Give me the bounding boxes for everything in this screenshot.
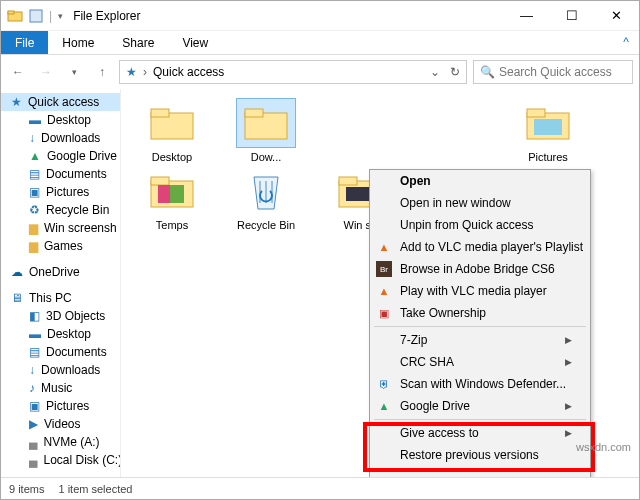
sidebar-item-music[interactable]: ♪Music (1, 379, 120, 397)
recent-button[interactable]: ▾ (63, 61, 85, 83)
gdrive-icon: ▲ (376, 398, 392, 414)
forward-button[interactable]: → (35, 61, 57, 83)
folder-downloads[interactable]: Dow... (227, 99, 305, 163)
ribbon: File Home Share View ^ (1, 31, 639, 55)
status-items: 9 items (9, 483, 44, 495)
ctx-defender[interactable]: ⛨Scan with Windows Defender... (370, 373, 590, 395)
vlc-icon: ▲ (376, 239, 392, 255)
vlc-icon: ▲ (376, 283, 392, 299)
folder-temps[interactable]: Temps (133, 167, 211, 231)
ctx-open[interactable]: Open (370, 170, 590, 192)
ctx-restore[interactable]: Restore previous versions (370, 444, 590, 466)
ribbon-expand-icon[interactable]: ^ (613, 31, 639, 54)
videos-icon: ▶ (29, 417, 38, 431)
sidebar-item-localdisk[interactable]: ▄Local Disk (C:) (1, 451, 120, 469)
ctx-gdrive[interactable]: ▲Google Drive▶ (370, 395, 590, 417)
separator (374, 468, 586, 469)
status-bar: 9 items 1 item selected (1, 477, 639, 499)
sidebar-item-documents2[interactable]: ▤Documents (1, 343, 120, 361)
context-menu: Open Open in new window Unpin from Quick… (369, 169, 591, 477)
ctx-unpin[interactable]: Unpin from Quick access (370, 214, 590, 236)
folder-recyclebin[interactable]: Recycle Bin (227, 167, 305, 231)
chevron-right-icon: ▶ (565, 401, 572, 411)
sidebar-item-winscreensh[interactable]: ▆Win screensh (1, 219, 120, 237)
share-tab[interactable]: Share (108, 31, 168, 54)
pc-icon: 🖥 (11, 291, 23, 305)
address-location: Quick access (153, 65, 224, 79)
maximize-button[interactable]: ☐ (549, 1, 594, 31)
pictures-icon: ▣ (29, 185, 40, 199)
defender-icon: ⛨ (376, 376, 392, 392)
search-input[interactable]: 🔍 Search Quick access (473, 60, 633, 84)
sidebar-item-games[interactable]: ▆Games (1, 237, 120, 255)
svg-rect-6 (245, 109, 263, 117)
ctx-7zip[interactable]: 7-Zip▶ (370, 329, 590, 351)
sidebar-item-recyclebin[interactable]: ♻Recycle Bin (1, 201, 120, 219)
gdrive-icon: ▲ (29, 149, 41, 163)
sidebar-item-googledrive[interactable]: ▲Google Drive (1, 147, 120, 165)
svg-rect-1 (8, 11, 14, 14)
sidebar-item-videos[interactable]: ▶Videos (1, 415, 120, 433)
sidebar-item-3dobjects[interactable]: ◧3D Objects (1, 307, 120, 325)
documents-icon: ▤ (29, 167, 40, 181)
status-selected: 1 item selected (58, 483, 132, 495)
sidebar-item-documents[interactable]: ▤Documents (1, 165, 120, 183)
content-pane[interactable]: Desktop Dow... Pictures Temps (121, 89, 639, 477)
sidebar-item-desktop2[interactable]: ▬Desktop (1, 325, 120, 343)
documents-icon: ▤ (29, 345, 40, 359)
home-tab[interactable]: Home (48, 31, 108, 54)
sidebar-item-downloads[interactable]: ↓Downloads (1, 129, 120, 147)
titlebar: | ▾ File Explorer — ☐ ✕ (1, 1, 639, 31)
folder-desktop[interactable]: Desktop (133, 99, 211, 163)
ctx-vlc-add[interactable]: ▲Add to VLC media player's Playlist (370, 236, 590, 258)
close-button[interactable]: ✕ (594, 1, 639, 31)
folder-pictures[interactable]: Pictures (509, 99, 587, 163)
folder-icon: ▆ (29, 239, 38, 253)
ctx-give-access[interactable]: Give access to▶ (370, 422, 590, 444)
svg-rect-8 (527, 109, 545, 117)
file-tab[interactable]: File (1, 31, 48, 54)
svg-rect-15 (339, 177, 357, 185)
refresh-button[interactable]: ↻ (450, 65, 460, 79)
view-tab[interactable]: View (168, 31, 222, 54)
download-icon: ↓ (29, 363, 35, 377)
separator (374, 326, 586, 327)
drive-icon: ▄ (29, 435, 38, 449)
svg-rect-9 (534, 119, 562, 135)
watermark: wsxdn.com (576, 441, 631, 453)
qat-save-icon[interactable] (29, 9, 43, 23)
address-bar: ← → ▾ ↑ ★ › Quick access ⌄ ↻ 🔍 Search Qu… (1, 55, 639, 89)
chevron-down-icon[interactable]: ⌄ (430, 65, 440, 79)
search-icon: 🔍 (480, 65, 495, 79)
sidebar-item-pictures[interactable]: ▣Pictures (1, 183, 120, 201)
ctx-vlc-play[interactable]: ▲Play with VLC media player (370, 280, 590, 302)
sidebar-quick-access[interactable]: ★ Quick access (1, 93, 120, 111)
minimize-button[interactable]: — (504, 1, 549, 31)
star-icon: ★ (11, 95, 22, 109)
drive-icon: ▄ (29, 453, 38, 467)
ctx-bridge[interactable]: BrBrowse in Adobe Bridge CS6 (370, 258, 590, 280)
shield-icon: ▣ (376, 305, 392, 321)
up-button[interactable]: ↑ (91, 61, 113, 83)
qat-dropdown-icon[interactable]: ▾ (58, 11, 63, 21)
back-button[interactable]: ← (7, 61, 29, 83)
chevron-right-icon: ▶ (565, 335, 572, 345)
sidebar: ★ Quick access ▬Desktop ↓Downloads ▲Goog… (1, 89, 121, 477)
address-box[interactable]: ★ › Quick access ⌄ ↻ (119, 60, 467, 84)
onedrive-icon: ☁ (11, 265, 23, 279)
svg-rect-11 (151, 177, 169, 185)
download-icon: ↓ (29, 131, 35, 145)
ctx-take-ownership[interactable]: ▣Take Ownership (370, 302, 590, 324)
ctx-open-new[interactable]: Open in new window (370, 192, 590, 214)
ctx-combine[interactable]: ▣Combine files in Acrobat... (370, 471, 590, 477)
svg-rect-2 (30, 10, 42, 22)
ctx-crc[interactable]: CRC SHA▶ (370, 351, 590, 373)
cube-icon: ◧ (29, 309, 40, 323)
desktop-icon: ▬ (29, 113, 41, 127)
sidebar-item-downloads2[interactable]: ↓Downloads (1, 361, 120, 379)
sidebar-thispc[interactable]: 🖥This PC (1, 289, 120, 307)
sidebar-item-nvme[interactable]: ▄NVMe (A:) (1, 433, 120, 451)
sidebar-item-pictures2[interactable]: ▣Pictures (1, 397, 120, 415)
sidebar-item-desktop[interactable]: ▬Desktop (1, 111, 120, 129)
sidebar-onedrive[interactable]: ☁OneDrive (1, 263, 120, 281)
